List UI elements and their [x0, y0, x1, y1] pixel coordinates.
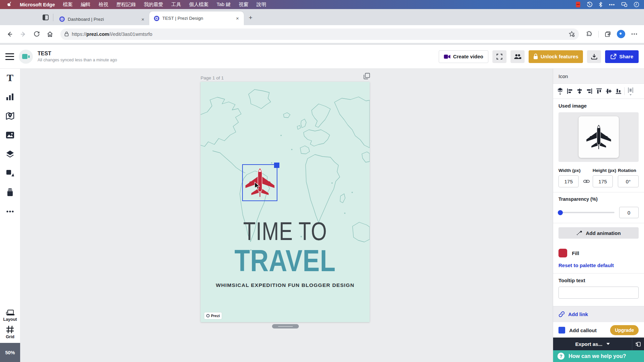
- lock-icon[interactable]: [64, 32, 69, 37]
- menubar-ellipsis-icon[interactable]: [609, 4, 615, 6]
- forward-button[interactable]: [17, 28, 29, 40]
- panel-title: Icon: [553, 69, 644, 84]
- menu-history[interactable]: 歷程記錄: [116, 1, 136, 8]
- mockups-tool-button[interactable]: [3, 185, 17, 199]
- width-input[interactable]: [558, 175, 579, 187]
- tab-test-prezi-design[interactable]: TEST | Prezi Design ×: [149, 11, 244, 25]
- shapes-tool-button[interactable]: [3, 166, 17, 180]
- time-machine-icon[interactable]: [587, 2, 592, 7]
- home-button[interactable]: [44, 28, 56, 40]
- back-button[interactable]: [4, 28, 15, 40]
- menu-view[interactable]: 檢視: [99, 1, 108, 8]
- tab-title: Dashboard | Prezi: [68, 17, 137, 22]
- align-left-button[interactable]: [565, 85, 575, 97]
- reset-palette-link[interactable]: Reset to palette default: [558, 262, 614, 268]
- rotation-input[interactable]: [618, 175, 639, 187]
- browser-tab-bar: Dashboard | Prezi × TEST | Prezi Design …: [0, 9, 644, 25]
- layout-button[interactable]: Layout: [3, 309, 17, 322]
- export-panel-icon[interactable]: [632, 338, 644, 350]
- page-indicator: Page 1 of 1: [201, 75, 224, 80]
- unlock-features-button[interactable]: Unlock features: [529, 50, 583, 63]
- apple-logo-icon[interactable]: [7, 2, 12, 7]
- tab-close-icon[interactable]: ×: [234, 15, 240, 21]
- page-resize-handle[interactable]: [272, 324, 299, 328]
- create-video-button[interactable]: Create video: [439, 50, 488, 63]
- design-page[interactable]: TIME TO TRAVEL WHIMSICAL EXPEDITION FUN …: [201, 82, 370, 322]
- chart-icon: [6, 93, 14, 101]
- new-tab-button[interactable]: +: [246, 13, 255, 22]
- address-bar[interactable]: https://prezi.com/i/edit/3as01wmtsrfo: [60, 28, 579, 40]
- fill-color-swatch[interactable]: [558, 249, 567, 257]
- align-middle-button[interactable]: [604, 85, 613, 97]
- recording-indicator-icon[interactable]: [576, 2, 580, 7]
- arrange-layers-button[interactable]: [555, 85, 565, 97]
- menu-edit[interactable]: 編輯: [81, 1, 91, 8]
- animation-section: Add animation: [553, 223, 644, 243]
- export-as-button[interactable]: Export as...: [553, 338, 632, 350]
- menu-help[interactable]: 說明: [257, 1, 266, 8]
- selected-icon-element[interactable]: [242, 164, 277, 201]
- menu-favorites[interactable]: 我的最愛: [144, 1, 163, 8]
- charts-tool-button[interactable]: [3, 90, 17, 104]
- collections-icon[interactable]: [602, 28, 613, 40]
- share-button[interactable]: Share: [605, 50, 639, 63]
- height-input[interactable]: [593, 175, 613, 187]
- tooltip-section: Tooltip text: [553, 274, 644, 303]
- menu-tools[interactable]: 工具: [171, 1, 181, 8]
- align-top-button[interactable]: [594, 85, 604, 97]
- used-image-thumbnail[interactable]: [579, 116, 619, 158]
- used-image-label: Used image: [558, 103, 639, 109]
- poster-subtitle[interactable]: WHIMSICAL EXPEDITION FUN BLOGGER DESIGN: [201, 282, 370, 288]
- help-bar[interactable]: ? How can we help you?: [553, 350, 644, 362]
- tab-switcher-icon[interactable]: [40, 12, 51, 23]
- zoom-level-indicator[interactable]: 50%: [0, 343, 20, 362]
- profile-avatar[interactable]: [617, 30, 625, 38]
- more-tools-button[interactable]: [3, 204, 17, 218]
- selection-resize-handle[interactable]: [274, 163, 279, 168]
- export-caret-icon: [606, 343, 610, 345]
- text-tool-button[interactable]: T: [3, 71, 17, 84]
- align-right-button[interactable]: [584, 85, 594, 97]
- tooltip-input[interactable]: [558, 287, 639, 299]
- images-tool-button[interactable]: [3, 128, 17, 142]
- clock-icon[interactable]: [634, 2, 639, 7]
- menu-profiles[interactable]: 個人檔案: [189, 1, 209, 8]
- menu-file[interactable]: 檔案: [63, 1, 73, 8]
- transparency-slider[interactable]: [558, 212, 614, 213]
- upgrade-button[interactable]: Upgrade: [610, 325, 639, 335]
- poster-title-line1[interactable]: TIME TO: [217, 219, 353, 244]
- prezi-design-logo[interactable]: [19, 50, 33, 64]
- duplicate-page-icon[interactable]: [363, 73, 370, 80]
- favorite-star-icon[interactable]: [569, 31, 575, 37]
- menubar-app-name[interactable]: Microsoft Edge: [20, 2, 55, 7]
- canvas-area[interactable]: Page 1 of 1: [20, 69, 553, 362]
- maps-tool-button[interactable]: [3, 109, 17, 123]
- transparency-input[interactable]: [619, 207, 639, 218]
- grid-button[interactable]: Grid: [6, 325, 14, 339]
- align-center-button[interactable]: [575, 85, 584, 97]
- rotation-label: Rotation: [618, 168, 639, 173]
- add-callout-row[interactable]: Add callout Upgrade: [553, 322, 644, 338]
- poster-title-line2[interactable]: TRAVEL: [214, 247, 356, 275]
- display-icon[interactable]: [621, 2, 627, 7]
- align-bottom-button[interactable]: [613, 85, 623, 97]
- tab-close-icon[interactable]: ×: [140, 16, 146, 22]
- collaborate-button[interactable]: [511, 50, 525, 63]
- menu-tab[interactable]: Tab 鍵: [217, 1, 231, 8]
- link-dimensions-icon[interactable]: [581, 175, 593, 187]
- tab-dashboard[interactable]: Dashboard | Prezi ×: [55, 13, 149, 25]
- shapes-icon: [6, 169, 14, 177]
- menu-window[interactable]: 視窗: [239, 1, 249, 8]
- transparency-slider-thumb[interactable]: [558, 210, 563, 215]
- reload-button[interactable]: [31, 28, 42, 40]
- add-animation-button[interactable]: Add animation: [558, 227, 639, 239]
- browser-menu-icon[interactable]: [629, 28, 640, 40]
- main-menu-icon[interactable]: [5, 53, 14, 60]
- distribute-button[interactable]: [626, 85, 635, 97]
- add-link-button[interactable]: Add link: [553, 306, 644, 322]
- bluetooth-icon[interactable]: [599, 2, 602, 7]
- fullscreen-button[interactable]: [492, 50, 506, 63]
- layers-tool-button[interactable]: [3, 147, 17, 161]
- download-button[interactable]: [587, 50, 601, 63]
- extensions-icon[interactable]: [584, 28, 595, 40]
